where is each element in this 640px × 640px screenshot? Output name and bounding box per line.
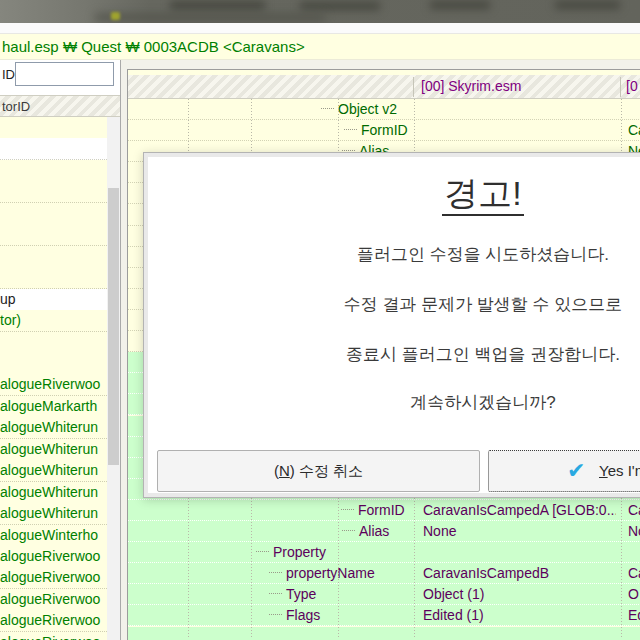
breadcrumb: haul.esp ₩ Quest ₩ 0003ACDB <Caravans>: [0, 34, 640, 60]
list-item[interactable]: alogueWinterho: [0, 525, 107, 547]
dialog-message-line: 플러그인 수정을 시도하셨습니다.: [148, 243, 640, 266]
list-item[interactable]: alogueRiverwoo: [0, 610, 107, 632]
record-tree-panel: ID torID uptor)alogueRiverwooalogueMarka…: [0, 60, 121, 640]
list-item[interactable]: alogueRiverwoo: [0, 632, 107, 640]
tree-branch-icon: [342, 530, 355, 531]
column-header-skyrim-esm[interactable]: [00] Skyrim.esm: [421, 75, 521, 98]
warning-dialog: 경고! 플러그인 수정을 시도하셨습니다. 수정 결과 문제가 발생할 수 있으…: [143, 152, 640, 498]
editorid-column-header[interactable]: torID: [0, 95, 120, 117]
field-label: Alias: [359, 521, 389, 541]
toolbar-smudge: [430, 1, 490, 9]
list-item[interactable]: [0, 246, 107, 268]
confirm-mnemonic: Y: [599, 462, 608, 479]
field-label: Type: [286, 584, 316, 604]
header-separator: [413, 77, 414, 97]
toolbar-divider: [0, 23, 640, 34]
app-window: haul.esp ₩ Quest ₩ 0003ACDB <Caravans> I…: [0, 0, 640, 640]
cancel-edit-button[interactable]: (N) 수정 취소: [157, 450, 480, 492]
table-row[interactable]: FlagsEdited (1)Ed: [128, 605, 640, 626]
list-item[interactable]: [0, 138, 107, 160]
list-item[interactable]: [0, 117, 107, 139]
list-item[interactable]: [0, 267, 107, 289]
list-item[interactable]: [0, 224, 107, 246]
table-row[interactable]: propertyNameCaravanIsCampedBCa: [128, 563, 640, 584]
tree-branch-icon: [269, 614, 282, 615]
list-item[interactable]: alogueRiverwoo: [0, 589, 107, 611]
column-header-plugin[interactable]: [0: [626, 75, 638, 98]
cancel-label-post: ) 수정 취소: [290, 462, 363, 479]
list-item[interactable]: [0, 332, 107, 354]
field-value-plugin: Ca: [628, 563, 640, 583]
toolbar-smudge: [170, 1, 265, 10]
field-label: FormID: [361, 120, 408, 140]
toolbar-smudge: [300, 2, 380, 10]
list-item[interactable]: alogueRiverwoo: [0, 546, 107, 568]
field-label: Flags: [286, 605, 320, 625]
field-value-plugin: Ca: [628, 500, 640, 520]
tree-branch-icon: [344, 129, 357, 130]
field-value-skyrim: Edited (1): [423, 605, 616, 625]
toolbar-icon-smudge: [111, 12, 120, 20]
list-item[interactable]: alogueRiverwoo: [0, 567, 107, 589]
confirm-label: Yes I'm a: [599, 451, 640, 491]
table-row[interactable]: Property: [128, 542, 640, 563]
warning-dialog-body: 경고! 플러그인 수정을 시도하셨습니다. 수정 결과 문제가 발생할 수 있으…: [148, 157, 640, 493]
table-row[interactable]: TypeObject (1)O: [128, 584, 640, 605]
field-value-plugin: No: [628, 521, 640, 541]
field-value-plugin: O: [628, 584, 639, 604]
toolbar-smudge: [555, 1, 620, 9]
field-value-plugin: Ed: [628, 605, 640, 625]
confirm-label-post: es I'm a: [608, 462, 640, 479]
list-item[interactable]: alogueWhiterun: [0, 460, 107, 482]
field-label: FormID: [358, 500, 405, 520]
dialog-message-line: 수정 결과 문제가 발생할 수 있으므로: [148, 293, 640, 316]
field-value-plugin: Ca: [628, 120, 640, 140]
left-scrollbar-thumb[interactable]: [108, 188, 119, 465]
dialog-question-line: 계속하시겠습니까?: [148, 391, 640, 414]
list-item[interactable]: [0, 353, 107, 375]
field-label: Object v2: [338, 99, 397, 119]
list-item[interactable]: [0, 181, 107, 203]
filter-input[interactable]: [15, 62, 114, 86]
record-list: uptor)alogueRiverwooalogueMarkarthalogue…: [0, 117, 107, 640]
header-separator: [620, 77, 621, 97]
list-item[interactable]: alogueWhiterun: [0, 439, 107, 461]
view-table-header: [00] Skyrim.esm [0: [128, 75, 640, 99]
list-item[interactable]: alogueMarkarth: [0, 396, 107, 418]
table-row[interactable]: AliasNoneNo: [128, 521, 640, 542]
check-icon: ✔: [567, 458, 585, 484]
list-item[interactable]: alogueWhiterun: [0, 417, 107, 439]
blurred-toolbar: [0, 0, 640, 23]
toolbar-smudge: [95, 14, 325, 21]
list-item[interactable]: alogueWhiterun: [0, 503, 107, 525]
filter-label: ID: [2, 67, 15, 82]
dialog-title: 경고!: [148, 171, 640, 217]
dialog-message-line: 종료시 플러그인 백업을 권장합니다.: [148, 343, 640, 366]
cancel-mnemonic: N: [279, 462, 290, 479]
field-value-skyrim: None: [423, 521, 616, 541]
field-value-skyrim: Object (1): [423, 584, 616, 604]
tree-branch-icon: [321, 108, 334, 109]
field-value-skyrim: CaravanIsCampedB: [423, 563, 616, 583]
field-label: propertyName: [286, 563, 375, 583]
list-item[interactable]: alogueRiverwoo: [0, 374, 107, 396]
list-item[interactable]: [0, 203, 107, 225]
list-item[interactable]: [0, 160, 107, 182]
table-row[interactable]: FormIDCa: [128, 120, 640, 141]
confirm-yes-button[interactable]: ✔ Yes I'm a: [488, 450, 640, 492]
list-item[interactable]: alogueWhiterun: [0, 482, 107, 504]
tree-branch-icon: [256, 551, 269, 552]
table-row[interactable]: Object v2: [128, 99, 640, 120]
list-item[interactable]: up: [0, 289, 107, 311]
left-scrollbar[interactable]: [107, 117, 120, 640]
table-row[interactable]: FormIDCaravanIsCampedA [GLOB:0...Ca: [128, 500, 640, 521]
tree-branch-icon: [341, 509, 354, 510]
tree-branch-icon: [269, 572, 282, 573]
field-label: Property: [273, 542, 326, 562]
dialog-title-text: 경고!: [442, 174, 523, 216]
table-row[interactable]: [128, 627, 640, 640]
field-value-skyrim: CaravanIsCampedA [GLOB:0...: [423, 500, 616, 520]
list-item[interactable]: tor): [0, 310, 107, 332]
tree-branch-icon: [269, 593, 282, 594]
